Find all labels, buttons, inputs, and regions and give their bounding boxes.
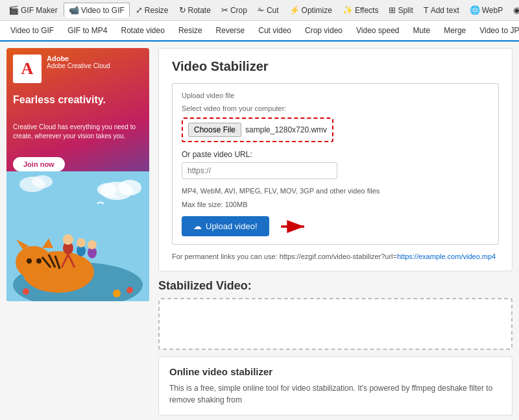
svg-point-18: [88, 240, 97, 249]
effects-icon: ✨: [343, 5, 353, 15]
stabilized-title: Stabilized Video:: [158, 279, 513, 293]
svg-point-26: [127, 287, 133, 293]
url-label: Or paste video URL:: [182, 150, 489, 159]
nav-reverse[interactable]: Reverse: [210, 21, 252, 42]
main-section: Video Stabilizer Upload video file Selec…: [158, 48, 513, 415]
toolbar-rotate[interactable]: ↻ Rotate: [175, 3, 215, 17]
ad-sidebar: A Adobe Adobe Creative Cloud Fearless cr…: [6, 48, 149, 301]
add-text-icon: T: [424, 5, 429, 15]
svg-point-12: [63, 234, 73, 245]
nav-resize[interactable]: Resize: [172, 21, 209, 42]
arrow-indicator: [278, 217, 311, 236]
permalink-text: For permanent links you can use: https:/…: [172, 253, 499, 260]
upload-btn-row: ☁ Upload video!: [182, 216, 489, 236]
nav-crop-video[interactable]: Crop video: [298, 21, 349, 42]
crop-icon: ✂: [221, 5, 228, 15]
permalink-link[interactable]: https://example.com/video.mp4: [397, 253, 496, 260]
ad-join-button[interactable]: Join now: [13, 157, 65, 171]
ad-subtitle: Adobe Creative Cloud: [47, 62, 110, 69]
toolbar-cut[interactable]: ✁ Cut: [253, 3, 284, 17]
video-to-gif-icon: 📹: [69, 5, 79, 15]
page-title: Video Stabilizer: [172, 59, 499, 74]
toolbar-split[interactable]: ⊞ Split: [384, 3, 417, 17]
svg-point-24: [23, 288, 29, 295]
svg-point-8: [36, 258, 42, 264]
svg-point-23: [32, 175, 53, 188]
resize-icon: ⤢: [136, 5, 143, 15]
toolbar-gif-maker[interactable]: 🎬 GIF Maker: [4, 3, 62, 17]
info-section: Online video stabilizer This is a free, …: [158, 356, 513, 415]
apng-icon: ◉: [513, 5, 519, 15]
info-text: This is a free, simple online tool for v…: [169, 382, 501, 406]
webp-icon: 🌐: [470, 5, 480, 15]
adobe-logo: A: [13, 55, 42, 83]
ad-tagline: Fearless creativity.: [13, 93, 106, 107]
ad-brand: Adobe: [47, 55, 110, 62]
select-label: Select video from your computer:: [182, 105, 489, 112]
tiger-background: [6, 171, 149, 301]
ad-illustration: [6, 171, 149, 301]
nav-mute[interactable]: Mute: [407, 21, 437, 42]
upload-box-label: Upload video file: [182, 92, 489, 99]
content-area: A Adobe Adobe Creative Cloud Fearless cr…: [0, 42, 519, 420]
file-name-display: sample_1280x720.wmv: [245, 125, 327, 134]
upload-cloud-icon: ☁: [193, 221, 202, 231]
upload-box: Upload video file Select video from your…: [172, 83, 499, 245]
url-input[interactable]: [182, 162, 337, 179]
upload-card: Video Stabilizer Upload video file Selec…: [158, 48, 513, 271]
toolbar-resize[interactable]: ⤢ Resize: [131, 3, 173, 17]
nav-gif-to-mp4[interactable]: GIF to MP4: [61, 21, 114, 42]
ad-description: Creative Cloud has everything you need t…: [13, 123, 143, 141]
nav-video-to-gif[interactable]: Video to GIF: [4, 21, 60, 42]
svg-point-16: [77, 238, 86, 247]
svg-point-21: [97, 183, 117, 196]
tiger-svg: [6, 171, 149, 301]
split-icon: ⊞: [389, 5, 396, 15]
nav-cut-video[interactable]: Cut video: [252, 21, 298, 42]
supported-formats-line2: Max file size: 100MB: [182, 199, 489, 210]
nav-video-speed[interactable]: Video speed: [350, 21, 406, 42]
arrow-svg: [278, 217, 311, 236]
upload-button[interactable]: ☁ Upload video!: [182, 216, 269, 236]
adobe-a-letter: A: [21, 59, 34, 79]
stabilized-placeholder: [158, 298, 513, 350]
svg-point-7: [27, 258, 32, 264]
toolbar-video-to-gif[interactable]: 📹 Video to GIF: [64, 3, 130, 18]
supported-formats-line1: MP4, WebM, AVI, MPEG, FLV, MOV, 3GP and …: [182, 186, 489, 197]
toolbar-crop[interactable]: ✂ Crop: [217, 3, 252, 17]
toolbar-webp[interactable]: 🌐 WebP: [465, 3, 507, 17]
top-toolbar: 🎬 GIF Maker 📹 Video to GIF ⤢ Resize ↻ Ro…: [0, 0, 519, 21]
gif-maker-icon: 🎬: [8, 5, 19, 15]
cut-icon: ✁: [258, 5, 265, 15]
svg-point-25: [113, 290, 121, 297]
svg-point-20: [118, 180, 141, 195]
toolbar-apng[interactable]: ◉ APNG: [509, 3, 519, 17]
toolbar-add-text[interactable]: T Add text: [419, 3, 464, 17]
nav-bar: Video to GIF GIF to MP4 Rotate video Res…: [0, 21, 519, 42]
nav-video-to-jpg[interactable]: Video to JPG: [473, 21, 519, 42]
rotate-icon: ↻: [179, 5, 186, 15]
stabilized-section: Stabilized Video:: [158, 279, 513, 350]
toolbar-optimize[interactable]: ⚡ Optimize: [285, 3, 337, 17]
optimize-icon: ⚡: [289, 5, 300, 15]
info-title: Online video stabilizer: [169, 366, 501, 377]
ad-brand-area: Adobe Adobe Creative Cloud: [47, 55, 110, 69]
choose-file-button[interactable]: Choose File: [188, 123, 241, 137]
toolbar-effects[interactable]: ✨ Effects: [338, 3, 383, 17]
file-input-area: Choose File sample_1280x720.wmv: [182, 117, 333, 142]
nav-rotate-video[interactable]: Rotate video: [115, 21, 171, 42]
nav-merge[interactable]: Merge: [437, 21, 472, 42]
